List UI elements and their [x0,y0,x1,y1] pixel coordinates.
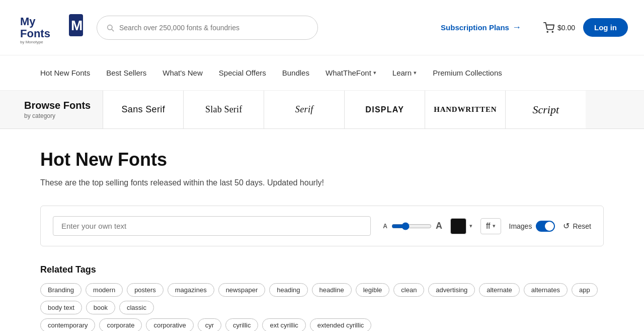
cart-amount: $0.00 [557,24,575,32]
header: My Fonts by Monotype M Subscription Plan… [0,0,644,55]
sans-serif-label: Sans Serif [121,104,165,115]
reset-icon: ↺ [563,221,570,231]
category-script[interactable]: Script [505,91,586,128]
search-input[interactable] [119,24,308,32]
tag-chip[interactable]: clean [393,283,424,297]
reset-button[interactable]: ↺ Reset [563,221,591,231]
slab-serif-label: Slab Serif [205,104,242,115]
tags-row-2: contemporarycorporatecorporativecyrcyril… [40,318,604,331]
script-label: Script [532,103,559,116]
browse-label: Browse Fonts by category [20,91,103,128]
tag-chip[interactable]: book [86,301,115,314]
size-large-label: A [436,221,442,231]
chevron-down-icon: ▾ [493,223,496,229]
browse-bar: Browse Fonts by category Sans Serif Slab… [0,91,644,129]
search-icon [106,24,114,32]
search-bar[interactable] [97,16,318,40]
category-sans-serif[interactable]: Sans Serif [103,91,183,128]
nav-whatthefont[interactable]: WhatTheFont ▾ [326,69,376,77]
svg-point-7 [547,31,548,32]
tag-chip[interactable]: modern [86,283,123,297]
category-display[interactable]: DISPLAY [344,91,425,128]
tag-chip[interactable]: cyr [198,318,221,331]
reset-label: Reset [573,222,591,230]
cart-icon [543,22,554,33]
tag-chip[interactable]: legible [356,283,390,297]
ff-control[interactable]: ff ▾ [480,218,501,234]
tag-chip[interactable]: body text [40,301,82,314]
page-title: Hot New Fonts [40,149,604,170]
preview-bar: A A ▾ ff ▾ Images ↺ Reset [40,206,604,246]
tags-row-1: Brandingmodernpostersmagazinesnewspaperh… [40,283,604,314]
handwritten-label: HANDWRITTEN [434,105,497,114]
tag-chip[interactable]: newspaper [218,283,266,297]
tag-chip[interactable]: corporate [99,318,142,331]
nav-learn[interactable]: Learn ▾ [392,69,417,77]
size-control: A A [383,221,442,231]
related-tags-title: Related Tags [40,264,604,275]
login-button[interactable]: Log in [583,18,628,37]
font-categories: Sans Serif Slab Serif Serif DISPLAY HAND… [103,91,644,128]
tag-chip[interactable]: magazines [168,283,214,297]
tag-chip[interactable]: heading [269,283,307,297]
preview-controls: A A ▾ ff ▾ Images ↺ Reset [383,218,591,234]
chevron-down-icon: ▾ [414,70,417,76]
tag-chip[interactable]: ext cyrillic [262,318,305,331]
size-slider[interactable] [391,222,432,230]
main-content: Hot New Fonts These are the top selling … [20,129,624,331]
subscription-label: Subscription Plans [441,23,509,32]
tag-chip[interactable]: extended cyrillic [310,318,372,331]
category-serif[interactable]: Serif [264,91,344,128]
tag-chip[interactable]: Branding [40,283,82,297]
serif-label: Serif [295,104,313,115]
nav-bundles[interactable]: Bundles [282,69,309,77]
images-label: Images [509,222,532,230]
svg-line-6 [112,29,114,31]
tag-chip[interactable]: headline [312,283,352,297]
tag-chip[interactable]: classic [119,301,154,314]
svg-text:by Monotype: by Monotype [20,40,43,44]
nav-hot-new-fonts[interactable]: Hot New Fonts [40,69,90,77]
color-picker[interactable]: ▾ [450,218,472,234]
category-handwritten[interactable]: HANDWRITTEN [425,91,505,128]
cart-area[interactable]: $0.00 [543,22,575,33]
images-toggle: Images [509,221,555,232]
color-swatch[interactable] [450,218,466,234]
page-subtitle: These are the top selling fonts released… [40,178,604,187]
subscription-link[interactable]: Subscription Plans → [441,22,521,33]
nav-whats-new[interactable]: What's New [163,69,203,77]
tag-chip[interactable]: app [572,283,598,297]
size-small-label: A [383,223,387,230]
svg-point-8 [552,31,553,32]
tag-chip[interactable]: corporative [146,318,193,331]
browse-subtitle: by category [24,112,91,119]
nav-premium-collections[interactable]: Premium Collections [433,69,502,77]
arrow-icon: → [512,22,521,33]
main-nav: Hot New Fonts Best Sellers What's New Sp… [0,55,644,91]
tag-chip[interactable]: advertising [428,283,475,297]
tag-chip[interactable]: alternate [479,283,520,297]
tag-chip[interactable]: contemporary [40,318,95,331]
logo-svg: My Fonts by Monotype M [16,10,87,45]
chevron-down-icon: ▾ [469,223,472,229]
display-label: DISPLAY [365,105,404,114]
related-tags-section: Related Tags Brandingmodernpostersmagazi… [40,264,604,331]
ff-label: ff [486,222,491,231]
tag-chip[interactable]: alternates [524,283,568,297]
chevron-down-icon: ▾ [373,70,376,76]
browse-title: Browse Fonts [24,100,91,111]
tag-chip[interactable]: cyrillic [225,318,258,331]
category-slab-serif[interactable]: Slab Serif [183,91,264,128]
svg-text:M: M [71,18,83,33]
preview-text-input[interactable] [53,216,371,236]
nav-best-sellers[interactable]: Best Sellers [106,69,146,77]
logo[interactable]: My Fonts by Monotype M [16,10,87,45]
tag-chip[interactable]: posters [127,283,164,297]
images-toggle-switch[interactable] [536,221,555,232]
toggle-knob [545,222,554,231]
svg-text:Fonts: Fonts [20,27,50,40]
svg-text:My: My [20,15,36,28]
header-right: $0.00 Log in [543,18,628,37]
nav-special-offers[interactable]: Special Offers [219,69,266,77]
